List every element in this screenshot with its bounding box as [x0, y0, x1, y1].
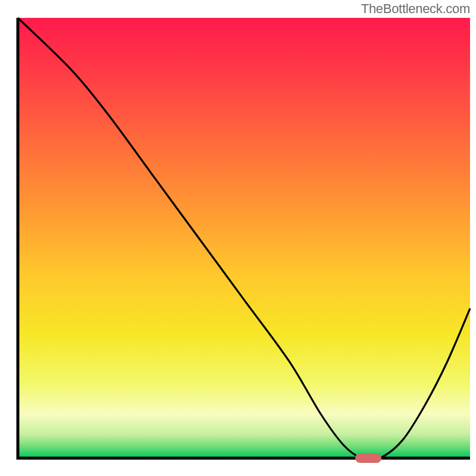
gradient-background	[18, 18, 470, 458]
chart-frame: TheBottleneck.com	[0, 0, 476, 476]
bottleneck-plot	[0, 0, 476, 476]
minimum-marker	[355, 453, 381, 463]
